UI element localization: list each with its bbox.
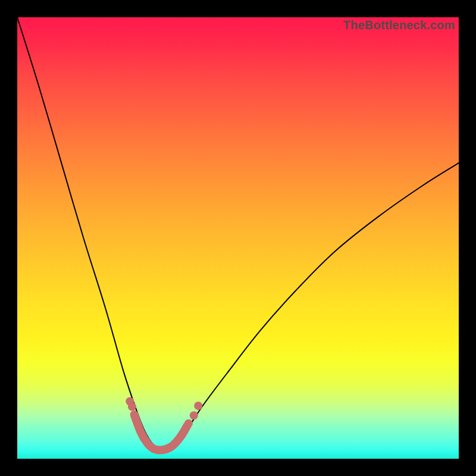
plot-area: TheBottleneck.com [17, 17, 459, 459]
highlight-band [134, 415, 187, 450]
highlight-dot [194, 402, 202, 410]
watermark-text: TheBottleneck.com [343, 18, 455, 32]
bottleneck-curve [17, 17, 459, 450]
highlight-dot [184, 419, 193, 428]
chart-svg [17, 17, 459, 459]
curve-layer [17, 17, 459, 450]
highlight-dot [190, 411, 198, 419]
chart-frame: TheBottleneck.com [0, 0, 476, 476]
highlight-dot [128, 402, 136, 411]
